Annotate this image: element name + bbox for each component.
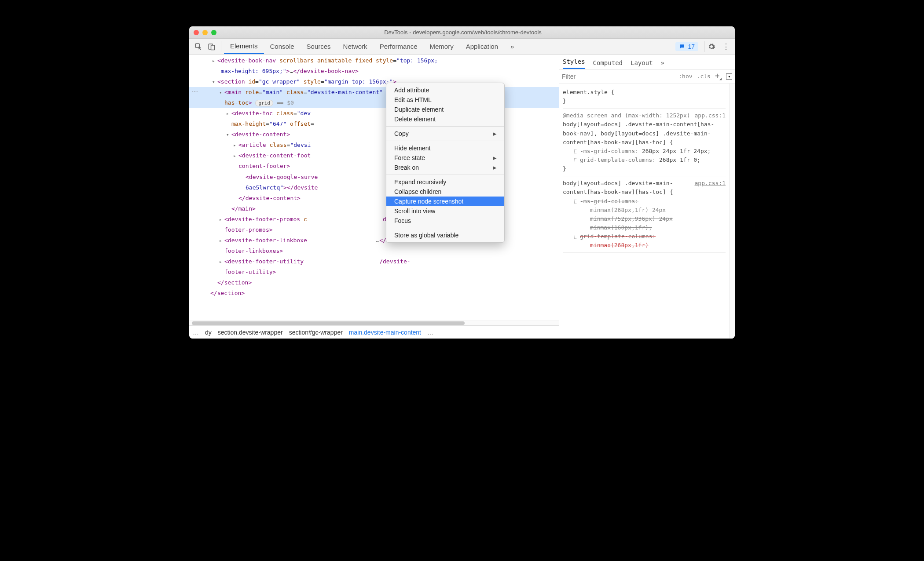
vertical-scrollbar[interactable] — [729, 84, 735, 339]
chevron-right-icon: ▶ — [493, 155, 496, 161]
menu-scroll-into-view[interactable]: Scroll into view — [386, 206, 504, 216]
tab-overflow-icon[interactable]: » — [504, 39, 520, 54]
menu-focus[interactable]: Focus — [386, 216, 504, 226]
kebab-menu-icon[interactable]: ⋮ — [720, 42, 732, 51]
style-rule[interactable]: element.style { } — [563, 85, 726, 109]
svg-rect-2 — [211, 45, 215, 50]
source-link[interactable]: app.css:1 — [695, 179, 726, 188]
style-rule[interactable]: app.css:1 @media screen and (max-width: … — [563, 109, 726, 176]
tab-application[interactable]: Application — [460, 39, 504, 54]
tab-console[interactable]: Console — [264, 39, 301, 54]
menu-duplicate-element[interactable]: Duplicate element — [386, 105, 504, 114]
computed-toggle-icon[interactable]: ◂ — [726, 73, 732, 80]
context-menu: Add attribute Edit as HTML Duplicate ele… — [386, 83, 505, 243]
new-rule-icon[interactable]: +◢ — [715, 71, 722, 81]
tab-layout[interactable]: Layout — [631, 59, 653, 69]
menu-add-attribute[interactable]: Add attribute — [386, 85, 504, 95]
breadcrumb-overflow-left[interactable]: … — [193, 329, 199, 336]
titlebar: DevTools - developers.google.com/web/too… — [189, 26, 735, 39]
tab-overflow-icon[interactable]: » — [661, 59, 664, 69]
breadcrumb-item[interactable]: dy — [205, 329, 212, 336]
hov-toggle[interactable]: :hov — [678, 73, 692, 80]
cls-toggle[interactable]: .cls — [697, 73, 711, 80]
menu-hide-element[interactable]: Hide element — [386, 143, 504, 153]
tab-memory[interactable]: Memory — [424, 39, 460, 54]
chevron-right-icon: ▶ — [493, 165, 496, 171]
window-title: DevTools - developers.google.com/web/too… — [216, 29, 709, 36]
style-rule[interactable]: app.css:1 body[layout=docs] .devsite-mai… — [563, 176, 726, 253]
tab-elements[interactable]: Elements — [224, 39, 264, 54]
issues-badge[interactable]: 17 — [675, 42, 698, 51]
chevron-right-icon: ▶ — [493, 131, 496, 137]
menu-break-on[interactable]: Break on▶ — [386, 163, 504, 172]
menu-expand-recursively[interactable]: Expand recursively — [386, 177, 504, 187]
menu-copy[interactable]: Copy▶ — [386, 129, 504, 138]
menu-collapse-children[interactable]: Collapse children — [386, 187, 504, 197]
breadcrumb-item[interactable]: section#gc-wrapper — [289, 329, 343, 336]
filter-input[interactable] — [562, 73, 674, 80]
menu-edit-as-html[interactable]: Edit as HTML — [386, 95, 504, 105]
breadcrumb-item[interactable]: section.devsite-wrapper — [218, 329, 283, 336]
settings-gear-icon[interactable] — [708, 43, 720, 51]
device-toggle-icon[interactable] — [205, 43, 218, 51]
tab-sources[interactable]: Sources — [301, 39, 337, 54]
grid-badge[interactable]: grid — [255, 100, 273, 106]
breadcrumb-overflow-right[interactable]: … — [427, 329, 433, 336]
menu-store-as-global[interactable]: Store as global variable — [386, 230, 504, 240]
traffic-lights — [194, 30, 216, 35]
main-tabs: Elements Console Sources Network Perform… — [189, 39, 735, 55]
styles-panel: Styles Computed Layout » :hov .cls +◢ ◂ … — [559, 55, 735, 339]
devtools-window: DevTools - developers.google.com/web/too… — [189, 26, 735, 339]
menu-force-state[interactable]: Force state▶ — [386, 153, 504, 163]
inspect-icon[interactable] — [192, 43, 205, 51]
breadcrumb[interactable]: … dy section.devsite-wrapper section#gc-… — [189, 325, 559, 339]
maximize-icon[interactable] — [211, 30, 216, 35]
tab-styles[interactable]: Styles — [563, 58, 585, 69]
menu-delete-element[interactable]: Delete element — [386, 114, 504, 124]
issues-count: 17 — [688, 43, 695, 50]
sidebar-tabs: Styles Computed Layout » — [559, 55, 735, 69]
source-link[interactable]: app.css:1 — [695, 111, 726, 120]
tab-computed[interactable]: Computed — [593, 59, 623, 69]
breadcrumb-item-active[interactable]: main.devsite-main-content — [349, 329, 421, 336]
menu-capture-node-screenshot[interactable]: Capture node screenshot — [386, 197, 504, 206]
styles-toolbar: :hov .cls +◢ ◂ — [559, 69, 735, 84]
tab-performance[interactable]: Performance — [374, 39, 424, 54]
horizontal-scrollbar[interactable] — [189, 321, 559, 325]
close-icon[interactable] — [194, 30, 199, 35]
styles-list[interactable]: element.style { } app.css:1 @media scree… — [559, 84, 729, 339]
tab-network[interactable]: Network — [337, 39, 374, 54]
minimize-icon[interactable] — [202, 30, 208, 35]
